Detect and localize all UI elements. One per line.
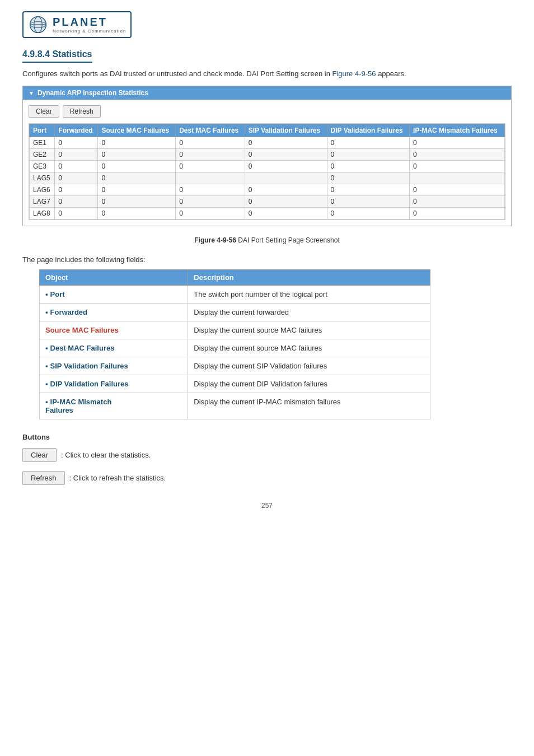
bullet-icon: • (45, 344, 48, 352)
table-cell: 0 (98, 161, 176, 172)
intro-link[interactable]: Figure 4-9-56 (332, 69, 376, 78)
table-cell: 0 (98, 196, 176, 208)
panel-button-row: Clear Refresh (29, 105, 505, 118)
table-cell: 0 (410, 137, 505, 149)
table-cell: 0 (410, 161, 505, 172)
table-cell: 0 (410, 208, 505, 220)
stats-table: Port Forwarded Source MAC Failures Dest … (29, 124, 505, 220)
bullet-icon: • (45, 362, 48, 370)
table-cell (245, 172, 327, 184)
fields-col-object: Object (40, 270, 188, 286)
clear-demo-button[interactable]: Clear (22, 448, 57, 462)
table-cell: 0 (245, 137, 327, 149)
panel-header: ▼ Dynamic ARP Inspection Statistics (23, 86, 511, 100)
fields-table-body: •PortThe switch port number of the logic… (40, 286, 430, 419)
table-cell: GE2 (30, 149, 55, 161)
fields-intro: The page includes the following fields: (22, 255, 512, 264)
bullet-icon: • (45, 398, 48, 406)
panel-body: Clear Refresh Port Forwarded Source MAC … (23, 100, 511, 226)
table-cell: 0 (98, 172, 176, 184)
table-cell: 0 (98, 184, 176, 196)
bullet-icon: • (45, 290, 48, 298)
dai-statistics-panel: ▼ Dynamic ARP Inspection Statistics Clea… (22, 86, 512, 226)
table-cell: 0 (245, 184, 327, 196)
table-row: GE3000000 (30, 161, 505, 172)
stats-table-body: GE1000000GE2000000GE3000000LAG5000LAG600… (30, 137, 505, 220)
table-cell: 0 (327, 196, 410, 208)
table-cell (410, 172, 505, 184)
table-cell: 0 (410, 196, 505, 208)
table-cell: 0 (327, 137, 410, 149)
clear-button-description: : Click to clear the statistics. (61, 451, 151, 459)
table-cell: 0 (98, 137, 176, 149)
table-cell: 0 (98, 149, 176, 161)
field-desc-cell: Display the current SIP Validation failu… (188, 357, 430, 375)
table-row: LAG6000000 (30, 184, 505, 196)
table-cell: 0 (55, 161, 98, 172)
field-desc-cell: The switch port number of the logical po… (188, 286, 430, 304)
table-cell: 0 (55, 196, 98, 208)
button-desc-row: Clear: Click to clear the statistics. (22, 448, 512, 462)
fields-header-row: Object Description (40, 270, 430, 286)
section-title: 4.9.8.4 Statistics (22, 49, 92, 63)
buttons-section: Buttons Clear: Click to clear the statis… (22, 433, 512, 485)
field-object-cell: •Forwarded (40, 304, 188, 321)
table-cell: 0 (55, 184, 98, 196)
table-row: LAG7000000 (30, 196, 505, 208)
field-object-cell: Source MAC Failures (40, 321, 188, 339)
list-item: •PortThe switch port number of the logic… (40, 286, 430, 304)
table-cell: 0 (55, 172, 98, 184)
table-row: LAG8000000 (30, 208, 505, 220)
table-cell: 0 (176, 196, 245, 208)
fields-table: Object Description •PortThe switch port … (39, 269, 430, 419)
field-object-cell: •Dest MAC Failures (40, 339, 188, 357)
refresh-demo-button[interactable]: Refresh (22, 471, 65, 485)
stats-table-scroll[interactable]: Port Forwarded Source MAC Failures Dest … (29, 123, 505, 220)
table-cell: 0 (176, 149, 245, 161)
table-cell: 0 (245, 161, 327, 172)
table-cell: 0 (245, 196, 327, 208)
figure-desc: DAI Port Setting Page Screenshot (238, 236, 339, 244)
refresh-button[interactable]: Refresh (63, 105, 101, 118)
table-cell: 0 (176, 161, 245, 172)
col-source-mac: Source MAC Failures (98, 124, 176, 137)
table-cell: 0 (327, 172, 410, 184)
table-cell: LAG6 (30, 184, 55, 196)
col-dip: DIP Validation Failures (327, 124, 410, 137)
button-desc-row: Refresh: Click to refresh the statistics… (22, 471, 512, 485)
clear-button[interactable]: Clear (29, 105, 59, 118)
table-cell: 0 (176, 208, 245, 220)
table-cell: 0 (245, 149, 327, 161)
col-sip: SIP Validation Failures (245, 124, 327, 137)
field-object-cell: •SIP Validation Failures (40, 357, 188, 375)
list-item: •ForwardedDisplay the current forwarded (40, 304, 430, 321)
table-cell: GE3 (30, 161, 55, 172)
col-forwarded: Forwarded (55, 124, 98, 137)
col-port: Port (30, 124, 55, 137)
table-cell: LAG7 (30, 196, 55, 208)
list-item: •Dest MAC FailuresDisplay the current so… (40, 339, 430, 357)
table-cell: 0 (55, 137, 98, 149)
table-cell: 0 (327, 149, 410, 161)
field-object-cell: •Port (40, 286, 188, 304)
logo-text: PLANET Networking & Communication (53, 16, 126, 34)
table-row: LAG5000 (30, 172, 505, 184)
logo-planet-name: PLANET (53, 16, 126, 29)
list-item: Source MAC FailuresDisplay the current s… (40, 321, 430, 339)
table-cell: GE1 (30, 137, 55, 149)
intro-text1: Configures switch ports as DAI trusted o… (22, 69, 332, 78)
table-cell: 0 (245, 208, 327, 220)
intro-paragraph: Configures switch ports as DAI trusted o… (22, 69, 512, 78)
col-dest-mac: Dest MAC Failures (176, 124, 245, 137)
table-cell: 0 (410, 149, 505, 161)
planet-logo-icon (28, 15, 48, 35)
table-cell: 0 (98, 208, 176, 220)
panel-toggle-icon[interactable]: ▼ (29, 90, 34, 96)
list-item: •SIP Validation FailuresDisplay the curr… (40, 357, 430, 375)
field-object-cell: •IP-MAC MismatchFailures (40, 393, 188, 419)
figure-caption: Figure 4-9-56 DAI Port Setting Page Scre… (22, 236, 512, 244)
bullet-icon: • (45, 380, 48, 388)
field-desc-cell: Display the current forwarded (188, 304, 430, 321)
table-cell: 0 (55, 208, 98, 220)
table-row: GE1000000 (30, 137, 505, 149)
